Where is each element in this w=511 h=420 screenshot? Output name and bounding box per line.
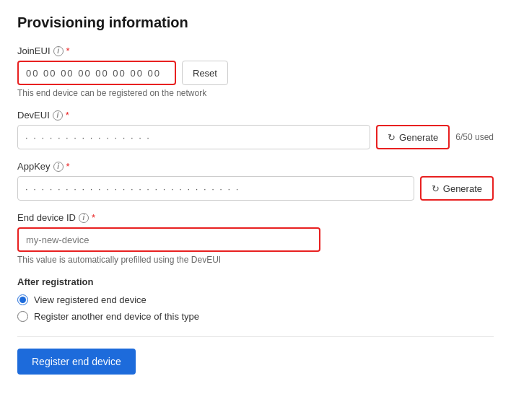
radio-view-device[interactable]: View registered end device [17,294,494,305]
end-device-id-help-icon[interactable]: i [79,213,89,223]
after-registration-group: After registration View registered end d… [17,276,494,322]
end-device-id-hint: This value is automatically prefilled us… [17,255,494,265]
radio-view-device-input[interactable] [17,294,28,305]
end-device-id-group: End device ID i * This value is automati… [17,212,494,265]
end-device-id-label: End device ID i * [17,212,494,223]
radio-register-another-label: Register another end device of this type [34,311,199,322]
app-key-refresh-icon: ↻ [432,183,440,194]
refresh-icon: ↻ [388,132,396,143]
join-eui-required: * [66,45,70,56]
page-title: Provisioning information [17,14,494,31]
join-eui-help-icon[interactable]: i [53,46,64,56]
app-key-generate-button[interactable]: ↻ Generate [420,176,494,201]
divider [17,336,494,337]
app-key-input-row: ↻ Generate [17,176,494,201]
reset-button[interactable]: Reset [182,61,228,85]
dev-eui-required: * [66,110,69,121]
dev-eui-used-count: 6/50 used [455,132,494,142]
register-end-device-button[interactable]: Register end device [17,349,136,375]
end-device-id-required: * [92,212,95,223]
after-registration-options: View registered end device Register anot… [17,294,494,322]
dev-eui-generate-button[interactable]: ↻ Generate [376,125,450,149]
dev-eui-group: DevEUI i * ↻ Generate 6/50 used [17,110,494,149]
end-device-id-input[interactable] [17,227,320,252]
dev-eui-input-row: ↻ Generate 6/50 used [17,125,494,149]
join-eui-hint: This end device can be registered on the… [17,88,494,98]
join-eui-label: JoinEUI i * [17,45,494,56]
after-registration-title: After registration [17,276,494,287]
dev-eui-help-icon[interactable]: i [53,110,63,121]
join-eui-input-row: 00 00 00 00 00 00 00 00 Reset [17,61,494,85]
radio-view-device-label: View registered end device [34,294,147,305]
radio-register-another[interactable]: Register another end device of this type [17,311,494,322]
app-key-input[interactable] [17,176,414,201]
app-key-help-icon[interactable]: i [53,162,64,172]
radio-register-another-input[interactable] [17,311,28,322]
dev-eui-input[interactable] [17,125,370,149]
app-key-label: AppKey i * [17,161,494,172]
app-key-group: AppKey i * ↻ Generate [17,161,494,201]
join-eui-group: JoinEUI i * 00 00 00 00 00 00 00 00 Rese… [17,45,494,98]
dev-eui-label: DevEUI i * [17,110,494,121]
app-key-required: * [66,161,70,172]
join-eui-input[interactable]: 00 00 00 00 00 00 00 00 [17,61,176,85]
